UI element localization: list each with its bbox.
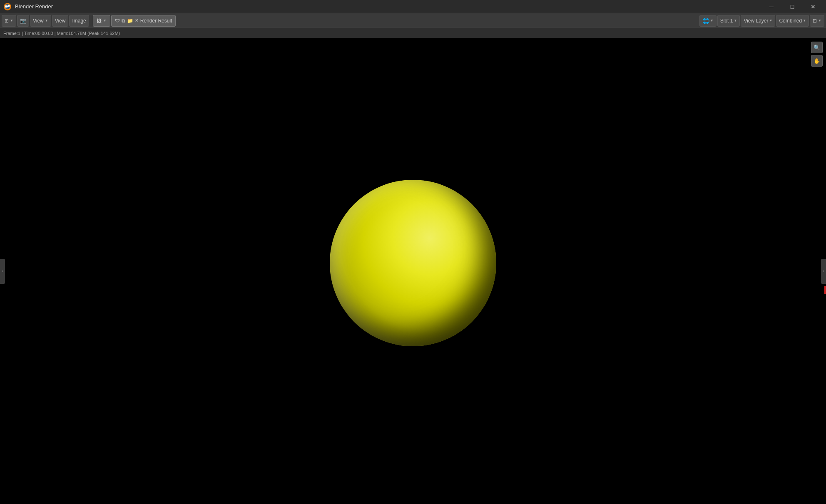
globe-icon: 🌐: [702, 17, 709, 24]
chevron-down-icon: ▼: [10, 19, 13, 22]
hand-icon: ✋: [814, 58, 820, 64]
minimize-button[interactable]: ─: [762, 0, 781, 13]
view-button[interactable]: View: [52, 15, 69, 27]
status-text: Frame:1 | Time:00:00.80 | Mem:104.78M (P…: [3, 31, 120, 36]
display-settings-button[interactable]: ⊡ ▼: [810, 15, 824, 27]
pan-tool-button[interactable]: ✋: [811, 55, 823, 67]
chevron-left-icon: ‹: [823, 269, 824, 273]
camera-icon: 📷: [20, 18, 26, 24]
right-indicator: [824, 286, 826, 294]
slot-dropdown[interactable]: Slot 1 ▼: [717, 15, 740, 27]
combined-dropdown[interactable]: Combined ▼: [776, 15, 809, 27]
close-button[interactable]: ✕: [804, 0, 823, 13]
rendered-sphere: [330, 180, 496, 346]
view-layer-dropdown[interactable]: View Layer ▼: [741, 15, 775, 27]
chevron-down-icon: ▼: [710, 19, 714, 22]
chevron-down-icon: ▼: [803, 19, 806, 22]
render-result-label: Render Result: [140, 18, 172, 24]
display-icon: ⊡: [813, 18, 817, 24]
combined-label: Combined: [779, 18, 802, 24]
right-collapse-button[interactable]: ‹: [821, 259, 826, 284]
view-type-button[interactable]: ⊞ ▼: [2, 15, 16, 27]
copy-icon: ⧉: [122, 18, 125, 24]
chevron-down-icon: ▼: [818, 19, 821, 22]
blender-logo-icon: [3, 2, 12, 11]
maximize-button[interactable]: □: [783, 0, 802, 13]
image-menu-button[interactable]: Image: [69, 15, 89, 27]
folder-icon: 📁: [127, 18, 133, 24]
side-tools-panel: 🔍 ✋: [811, 42, 823, 67]
toolbar: ⊞ ▼ 📷 View ▼ View Image 🖼 ▼ 🛡 ⧉ 📁 ✕ Rend…: [0, 13, 826, 28]
render-viewport[interactable]: › 🔍 ✋ ‹: [0, 38, 826, 504]
chevron-down-icon: ▼: [769, 19, 773, 22]
zoom-icon: 🔍: [814, 45, 820, 51]
separator: [91, 16, 91, 26]
view-type-icon: ⊞: [5, 18, 9, 24]
chevron-down-icon: ▼: [45, 19, 48, 22]
view-menu-label: View: [33, 18, 44, 24]
svg-rect-4: [5, 7, 7, 8]
zoom-tool-button[interactable]: 🔍: [811, 42, 823, 53]
view-layer-label: View Layer: [744, 18, 768, 24]
render-result-tab[interactable]: 🛡 ⧉ 📁 ✕ Render Result: [111, 15, 176, 27]
svg-rect-3: [5, 6, 8, 7]
left-collapse-button[interactable]: ›: [0, 259, 5, 284]
camera-button[interactable]: 📷: [17, 15, 29, 27]
chevron-down-icon: ▼: [103, 19, 107, 22]
close-tab-icon[interactable]: ✕: [135, 18, 139, 23]
chevron-right-icon: ›: [2, 269, 3, 273]
shield-icon: 🛡: [115, 18, 120, 24]
statusbar: Frame:1 | Time:00:00.80 | Mem:104.78M (P…: [0, 28, 826, 38]
render-output: [330, 180, 496, 346]
image-label: Image: [72, 18, 86, 24]
view-label: View: [55, 18, 66, 24]
view-menu-button[interactable]: View ▼: [30, 15, 51, 27]
scope-button[interactable]: 🌐 ▼: [699, 15, 717, 27]
chevron-down-icon: ▼: [734, 19, 737, 22]
render-icon-button[interactable]: 🖼 ▼: [93, 15, 110, 27]
svg-rect-5: [5, 5, 7, 6]
app-title: Blender Render: [15, 3, 762, 10]
window-controls: ─ □ ✕: [762, 0, 823, 13]
titlebar: Blender Render ─ □ ✕: [0, 0, 826, 13]
slot-label: Slot 1: [720, 18, 733, 24]
render-icon: 🖼: [97, 18, 102, 24]
